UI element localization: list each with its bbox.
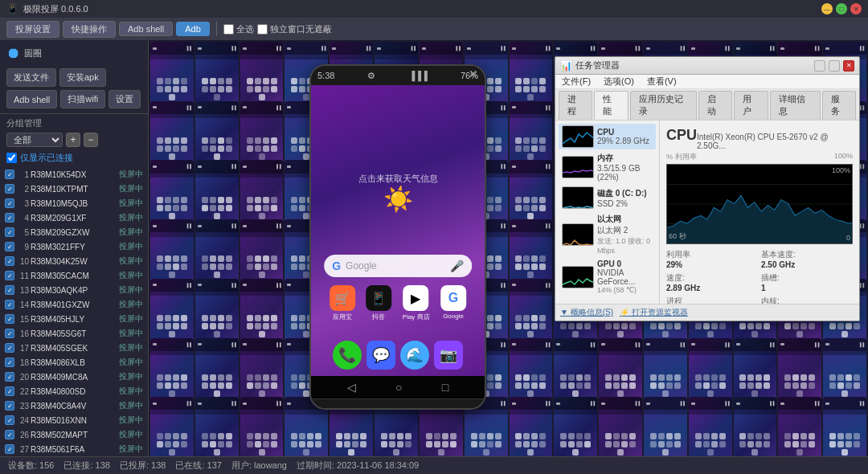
device-checkbox[interactable]: ✓ bbox=[5, 343, 14, 353]
screen-settings-button[interactable]: 投屏设置 bbox=[6, 21, 59, 38]
phone-cell[interactable]: ▐▐ 35 ⎋ bbox=[778, 397, 821, 456]
fp-home[interactable]: ⏺ bbox=[392, 409, 403, 411]
tm-menu-file[interactable]: 文件(F) bbox=[559, 76, 594, 88]
phone-icon[interactable]: 📞 bbox=[333, 341, 362, 370]
camera-icon[interactable]: 📷 bbox=[434, 341, 463, 370]
device-checkbox[interactable]: ✓ bbox=[5, 358, 14, 367]
scan-wifi-button[interactable]: 扫描wifi bbox=[60, 90, 105, 108]
send-file-button[interactable]: 发送文件 bbox=[6, 68, 56, 87]
tm-tab-users[interactable]: 用户 bbox=[734, 91, 768, 120]
fp-vol-down[interactable]: ⏸ bbox=[334, 409, 346, 411]
exclusive-window-checkbox[interactable]: 独立窗口无遮蔽 bbox=[257, 23, 332, 35]
tm-tab-processes[interactable]: 进程 bbox=[559, 91, 592, 120]
device-checkbox[interactable]: ✓ bbox=[5, 227, 14, 237]
show-connected-checkbox[interactable] bbox=[6, 153, 17, 163]
phone-cell[interactable]: ▐▐ 17 ⎋ bbox=[240, 397, 284, 456]
maximize-button[interactable]: □ bbox=[836, 3, 847, 14]
floating-phone[interactable]: 5:38 ⚙ ▐▐▐ 76% ✕ 点击来获取天气信息 ☀️ G Goo bbox=[309, 64, 486, 410]
device-item[interactable]: ✓ 17 R38M405SGEK 投屏中 bbox=[0, 341, 148, 355]
phone-cell[interactable]: ▐▐ 19 ⎋ bbox=[554, 397, 597, 456]
device-item[interactable]: ✓ 24 R38M5016XNN 投屏中 bbox=[0, 413, 148, 427]
show-connected-toggle[interactable]: 仅显示已连接 bbox=[0, 150, 148, 167]
adb-shell-button[interactable]: Adb shell bbox=[119, 22, 173, 36]
tm-memory-item[interactable]: 内存 3.5/15.9 GB (22%) bbox=[559, 151, 656, 183]
tm-cpu-item[interactable]: CPU 29% 2.89 GHz bbox=[559, 124, 656, 149]
phone-cell[interactable]: ▐▐ 106 ⎋ bbox=[195, 397, 239, 456]
group-select[interactable]: 全部 bbox=[6, 133, 63, 147]
device-item[interactable]: ✓ 13 R38M30AQK4P 投屏中 bbox=[0, 283, 148, 297]
device-item[interactable]: ✓ 5 R38M209GZXW 投屏中 bbox=[0, 225, 148, 239]
app-tiktok[interactable]: 📱 抖音 bbox=[366, 285, 391, 321]
settings-button[interactable]: 设置 bbox=[108, 90, 141, 108]
app-google[interactable]: G Google bbox=[440, 285, 466, 321]
phone-cell[interactable]: ▐▐ 116 ⎋ bbox=[689, 397, 732, 456]
remove-group-button[interactable]: − bbox=[84, 133, 98, 147]
tm-disk-item[interactable]: 磁盘 0 (C: D:) SSD 2% bbox=[559, 185, 656, 210]
adb-button[interactable]: Adb bbox=[176, 22, 210, 36]
device-item[interactable]: ✓ 9 R38M3021FFY 投屏中 bbox=[0, 239, 148, 254]
device-item[interactable]: ✓ 20 R38M409MC8A 投屏中 bbox=[0, 370, 148, 384]
close-button[interactable]: ✕ bbox=[850, 3, 862, 14]
phone-cell[interactable]: ▐▐ 35 ⎋ bbox=[823, 397, 866, 456]
device-item[interactable]: ✓ 4 R38M209G1XF 投屏中 bbox=[0, 210, 148, 225]
tm-summary-link[interactable]: ▼ 概略信息(S) bbox=[560, 307, 613, 318]
tm-tab-performance[interactable]: 性能 bbox=[594, 91, 628, 120]
device-checkbox[interactable]: ✓ bbox=[5, 170, 14, 179]
tm-minimize-button[interactable] bbox=[814, 60, 825, 72]
nav-recent-button[interactable]: □ bbox=[442, 381, 448, 394]
tm-gpu-item[interactable]: GPU 0 NVIDIA GeForce... 14% (58 ℃) bbox=[559, 258, 656, 296]
nav-back-button[interactable]: ◁ bbox=[347, 381, 356, 394]
device-checkbox[interactable]: ✓ bbox=[5, 300, 14, 309]
device-checkbox[interactable]: ✓ bbox=[5, 314, 14, 324]
minimize-button[interactable]: — bbox=[821, 3, 833, 14]
device-checkbox[interactable]: ✓ bbox=[5, 329, 14, 338]
tm-tab-details[interactable]: 详细信息 bbox=[770, 91, 821, 120]
add-group-button[interactable]: + bbox=[66, 133, 80, 147]
device-checkbox[interactable]: ✓ bbox=[5, 386, 14, 396]
tm-resource-monitor-link[interactable]: ⚡ 打开资源监视器 bbox=[620, 307, 688, 318]
tm-menu-view[interactable]: 查看(V) bbox=[644, 76, 680, 88]
floating-phone-screen[interactable]: 点击来获取天气信息 ☀️ G Google 🎤 🛒 应用宝 bbox=[311, 85, 485, 376]
device-checkbox[interactable]: ✓ bbox=[5, 271, 14, 280]
device-item[interactable]: ✓ 22 R38M40800SD 投屏中 bbox=[0, 384, 148, 398]
fp-search-bar[interactable]: G Google 🎤 bbox=[324, 255, 472, 277]
device-item[interactable]: ✓ 3 R38M10M5QJB 投屏中 bbox=[0, 196, 148, 210]
power-indicator[interactable]: ⏺ bbox=[6, 45, 21, 62]
nav-home-button[interactable]: ○ bbox=[395, 381, 402, 394]
device-checkbox[interactable]: ✓ bbox=[5, 213, 14, 223]
phone-cell[interactable]: ▐▐ 28 ⎋ bbox=[644, 397, 687, 456]
browser-icon[interactable]: 🌊 bbox=[400, 341, 429, 370]
device-checkbox[interactable]: ✓ bbox=[5, 372, 14, 382]
tm-tab-services[interactable]: 服务 bbox=[822, 91, 856, 120]
device-item[interactable]: ✓ 10 R38M304K25W 投屏中 bbox=[0, 254, 148, 268]
device-checkbox[interactable]: ✓ bbox=[5, 401, 14, 411]
phone-cell[interactable]: ▐▐ 71 ⎋ bbox=[510, 397, 553, 456]
device-checkbox[interactable]: ✓ bbox=[5, 256, 14, 266]
fp-vol-up[interactable]: ⏮ bbox=[450, 409, 461, 411]
device-item[interactable]: ✓ 2 R38M10KTPMT 投屏中 bbox=[0, 182, 148, 196]
device-item[interactable]: ✓ 15 R38M405HJLY 投屏中 bbox=[0, 312, 148, 326]
tm-tab-history[interactable]: 应用历史记录 bbox=[630, 91, 697, 120]
app-shopping[interactable]: 🛒 应用宝 bbox=[330, 285, 355, 321]
app-play-store[interactable]: ▶ Play 商店 bbox=[403, 285, 430, 321]
device-item[interactable]: ✓ 16 R38M405SG6T 投屏中 bbox=[0, 326, 148, 341]
chat-icon[interactable]: 💬 bbox=[366, 341, 395, 370]
weather-widget[interactable]: 点击来获取天气信息 ☀️ bbox=[358, 173, 438, 213]
tm-close-button[interactable]: ✕ bbox=[843, 60, 854, 72]
device-checkbox[interactable]: ✓ bbox=[5, 242, 14, 251]
phone-cell[interactable]: ▐▐ 62 ⎋ bbox=[734, 397, 777, 456]
device-item[interactable]: ✓ 26 R38M502MAPT 投屏中 bbox=[0, 427, 148, 442]
device-item[interactable]: ✓ 1 R38M10K54DX 投屏中 bbox=[0, 167, 148, 182]
quick-ops-button[interactable]: 快捷操作 bbox=[63, 21, 116, 38]
tm-ethernet-item[interactable]: 以太网 以太网 2 发送: 1.0 接收: 0 Mbps bbox=[559, 212, 656, 256]
device-item[interactable]: ✓ 27 R38M5061F6A 投屏中 bbox=[0, 442, 148, 456]
install-apk-button[interactable]: 安装apk bbox=[59, 68, 106, 87]
device-checkbox[interactable]: ✓ bbox=[5, 415, 14, 425]
device-checkbox[interactable]: ✓ bbox=[5, 285, 14, 295]
phone-cell[interactable]: ▐▐ 83 ⎋ bbox=[599, 397, 642, 456]
exclusive-window-input[interactable] bbox=[257, 24, 268, 35]
tm-maximize-button[interactable] bbox=[829, 60, 840, 72]
phone-cell[interactable]: ▐▐ 3 ⎋ bbox=[150, 397, 194, 456]
device-item[interactable]: ✓ 23 R38M40C8A4V 投屏中 bbox=[0, 398, 148, 413]
device-item[interactable]: ✓ 11 R38M305CACM 投屏中 bbox=[0, 268, 148, 283]
